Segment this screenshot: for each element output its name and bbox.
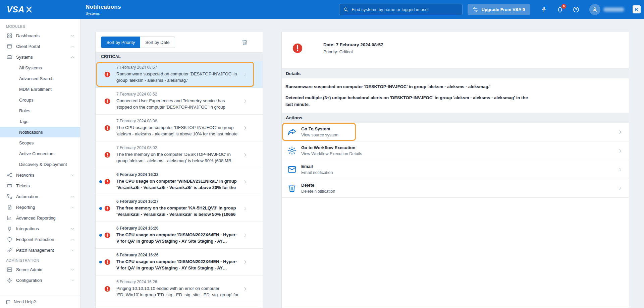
sidebar-item-groups[interactable]: Groups bbox=[0, 95, 80, 105]
sidebar-item-mdm-enrollment[interactable]: MDM Enrollment bbox=[0, 84, 80, 95]
notification-date: 6 February 2024 16:27 bbox=[116, 199, 239, 204]
sidebar-item-automation[interactable]: Automation bbox=[0, 191, 80, 202]
sidebar-item-label: Automation bbox=[16, 194, 38, 199]
server-icon bbox=[7, 267, 12, 272]
critical-alert-icon bbox=[292, 43, 303, 54]
sidebar-item-label: Scopes bbox=[19, 140, 34, 145]
sidebar-item-label: Tags bbox=[19, 119, 28, 124]
laptop-icon bbox=[7, 54, 12, 60]
sidebar-item-reporting[interactable]: Reporting bbox=[0, 202, 80, 212]
sidebar-nav: MODULESDashboardsClient PortalSystemsAll… bbox=[0, 19, 80, 296]
action-body: DeleteDelete Notification bbox=[301, 183, 335, 194]
notification-item[interactable]: 6 February 2024 16:32The CPU usage on co… bbox=[96, 168, 263, 195]
user-avatar[interactable] bbox=[589, 4, 600, 15]
patch-icon bbox=[7, 247, 12, 253]
notification-body: 7 February 2024 08:52Connected User Expe… bbox=[116, 92, 239, 111]
critical-alert-icon bbox=[104, 125, 111, 131]
sidebar-item-label: Server Admin bbox=[16, 267, 42, 272]
main-content: Sort by Priority Sort by Date CRITICAL 7… bbox=[80, 19, 644, 308]
sidebar-item-label: Client Portal bbox=[16, 44, 40, 49]
unread-indicator-column bbox=[96, 234, 103, 237]
search-input[interactable] bbox=[352, 7, 459, 12]
sidebar-item-client-portal[interactable]: Client Portal bbox=[0, 41, 80, 52]
sidebar-item-all-systems[interactable]: All Systems bbox=[0, 62, 80, 73]
kaseya-app-badge[interactable]: K bbox=[633, 5, 641, 13]
chevron-down-icon bbox=[70, 278, 75, 283]
action-subtitle: View source system bbox=[301, 133, 338, 137]
sidebar-item-label: Notifications bbox=[19, 130, 43, 135]
notification-date: 7 February 2024 08:57 bbox=[116, 65, 239, 70]
detail-paragraph: Detected multiple (3+) unique behavioral… bbox=[285, 95, 535, 108]
sidebar-item-systems[interactable]: Systems bbox=[0, 52, 80, 62]
action-body: Go To SystemView source system bbox=[301, 126, 338, 137]
vsa-logo-text: VSA bbox=[7, 5, 24, 14]
critical-alert-icon bbox=[104, 178, 111, 185]
ticket-icon bbox=[7, 183, 12, 189]
sidebar-item-patch-management[interactable]: Patch Management bbox=[0, 245, 80, 255]
action-go-to-system[interactable]: Go To SystemView source system bbox=[282, 123, 629, 141]
sort-by-priority-button[interactable]: Sort by Priority bbox=[101, 37, 140, 48]
notification-item[interactable]: 7 February 2024 08:02The free memory on … bbox=[96, 141, 263, 168]
sort-by-date-button[interactable]: Sort by Date bbox=[140, 37, 175, 48]
notification-body: 6 February 2024 16:26The CPU usage on co… bbox=[116, 253, 239, 271]
chevron-right-icon bbox=[243, 233, 248, 238]
sidebar-item-endpoint-protection[interactable]: Endpoint Protection bbox=[0, 234, 80, 245]
sidebar-item-discovery-deployment[interactable]: Discovery & Deployment bbox=[0, 159, 80, 170]
notification-item[interactable]: 7 February 2024 08:57Ransomware suspecte… bbox=[96, 61, 263, 88]
sidebar-item-label: Systems bbox=[16, 55, 33, 60]
pin-icon[interactable] bbox=[540, 6, 547, 13]
sidebar-item-label: Networks bbox=[16, 173, 34, 178]
sidebar-item-dashboards[interactable]: Dashboards bbox=[0, 30, 80, 41]
sidebar-item-server-admin[interactable]: Server Admin bbox=[0, 264, 80, 275]
upgrade-button-label: Upgrade From VSA 9 bbox=[481, 7, 525, 12]
user-name-redacted bbox=[603, 7, 624, 12]
sidebar-item-integrations[interactable]: Integrations bbox=[0, 223, 80, 234]
bell-icon[interactable]: 8 bbox=[556, 6, 564, 13]
sidebar-item-label: Integrations bbox=[16, 226, 39, 231]
page-title-block: Notifications Systems bbox=[86, 4, 121, 15]
sidebar-item-advanced-search[interactable]: Advanced Search bbox=[0, 73, 80, 84]
notification-item[interactable]: 6 February 2024 16:26The CPU usage on co… bbox=[96, 222, 263, 249]
action-go-to-workflow-execution[interactable]: Go to Workflow ExecutionView Workflow Ex… bbox=[282, 141, 629, 160]
delete-notifications-button[interactable] bbox=[240, 38, 249, 46]
chevron-right-icon bbox=[618, 167, 623, 172]
sidebar-item-active-connectors[interactable]: Active Connectors bbox=[0, 148, 80, 159]
notification-item[interactable]: 7 February 2024 08:08The CPU usage on co… bbox=[96, 115, 263, 141]
action-title: Delete bbox=[301, 183, 335, 188]
notification-item[interactable]: 6 February 2024 16:26The CPU usage on co… bbox=[96, 249, 263, 275]
action-delete[interactable]: DeleteDelete Notification bbox=[282, 179, 629, 198]
sidebar-item-label: Tickets bbox=[16, 183, 30, 188]
chevron-right-icon bbox=[243, 125, 248, 131]
upgrade-button[interactable]: Upgrade From VSA 9 bbox=[468, 4, 530, 15]
sidebar-item-tickets[interactable]: Tickets bbox=[0, 180, 80, 191]
vsa-logo[interactable]: VSA bbox=[0, 5, 80, 14]
help-icon[interactable] bbox=[573, 6, 580, 13]
details-section-header: Details bbox=[282, 68, 629, 78]
notification-message: The free memory on the computer 'KA-5H2L… bbox=[116, 205, 239, 218]
notification-item[interactable]: 6 February 2024 16:26Pinging 10.10.10.10… bbox=[96, 275, 263, 302]
notification-message: The CPU usage on computer 'WINDEV2311Nik… bbox=[116, 178, 239, 191]
action-email[interactable]: EmailEmail notification bbox=[282, 160, 629, 179]
plug-icon bbox=[7, 226, 12, 232]
sidebar-item-advanced-reporting[interactable]: Advanced Reporting bbox=[0, 212, 80, 223]
goto-icon bbox=[287, 127, 297, 137]
notification-date: 7 February 2024 08:52 bbox=[116, 92, 239, 97]
chevron-down-icon bbox=[70, 194, 75, 199]
sidebar-item-roles[interactable]: Roles bbox=[0, 105, 80, 116]
notification-item[interactable]: 6 February 2024 16:27The free memory on … bbox=[96, 195, 263, 222]
notification-item[interactable]: 7 February 2024 08:52Connected User Expe… bbox=[96, 88, 263, 115]
sidebar-item-configuration[interactable]: Configuration bbox=[0, 275, 80, 286]
need-help-button[interactable]: Need Help? bbox=[0, 296, 80, 308]
notification-date: 6 February 2024 16:26 bbox=[116, 280, 239, 284]
sidebar-item-scopes[interactable]: Scopes bbox=[0, 137, 80, 148]
sidebar: MODULESDashboardsClient PortalSystemsAll… bbox=[0, 19, 80, 308]
user-icon bbox=[592, 6, 598, 13]
sidebar-item-networks[interactable]: Networks bbox=[0, 170, 80, 180]
critical-alert-icon bbox=[104, 259, 111, 265]
notification-date: 7 February 2024 08:02 bbox=[116, 145, 239, 150]
sidebar-item-notifications[interactable]: Notifications bbox=[0, 127, 80, 137]
sidebar-item-tags[interactable]: Tags bbox=[0, 116, 80, 127]
sidebar-item-label: Configuration bbox=[16, 278, 42, 283]
vsa-x-logo-icon bbox=[25, 6, 33, 13]
global-search bbox=[339, 4, 463, 15]
